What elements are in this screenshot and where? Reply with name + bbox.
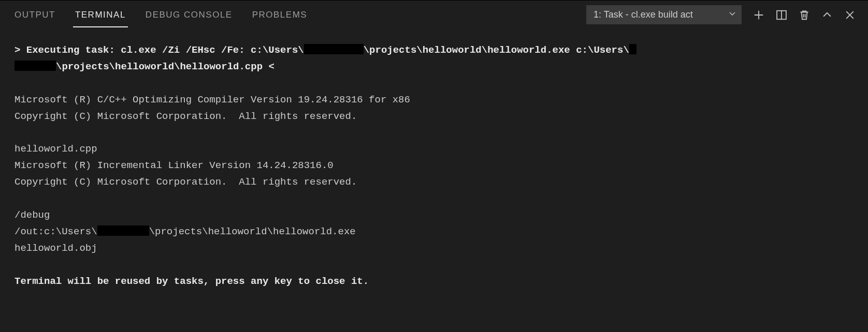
exec-line-part2: \projects\helloworld\helloworld.exe c:\U…: [364, 44, 629, 56]
exec-line-part1: > Executing task: cl.exe /Zi /EHsc /Fe: …: [15, 44, 304, 56]
out-line-suffix: \projects\helloworld\helloworld.exe: [149, 226, 356, 237]
compiler-line: Microsoft (R) C/C++ Optimizing Compiler …: [15, 94, 410, 105]
out-line-prefix: /out:c:\Users\: [15, 226, 97, 237]
source-file-line: helloworld.cpp: [15, 143, 97, 155]
panel-tabs: OUTPUT TERMINAL DEBUG CONSOLE PROBLEMS: [12, 3, 309, 27]
copyright-line-2: Copyright (C) Microsoft Corporation. All…: [15, 176, 357, 188]
chevron-down-icon: [728, 9, 736, 20]
tab-output[interactable]: OUTPUT: [12, 3, 57, 27]
tab-debug-console[interactable]: DEBUG CONSOLE: [143, 3, 235, 27]
terminal-selector-label: 1: Task - cl.exe build act: [594, 9, 693, 20]
linker-line: Microsoft (R) Incremental Linker Version…: [15, 160, 334, 171]
redacted-username: .: [629, 44, 636, 54]
terminal-selector-dropdown[interactable]: 1: Task - cl.exe build act: [586, 5, 742, 24]
copyright-line: Copyright (C) Microsoft Corporation. All…: [15, 111, 357, 122]
new-terminal-button[interactable]: [753, 9, 764, 21]
kill-terminal-button[interactable]: [799, 9, 810, 21]
split-terminal-button[interactable]: [776, 9, 787, 21]
tab-terminal[interactable]: TERMINAL: [73, 3, 128, 27]
obj-line: helloworld.obj: [15, 243, 97, 254]
reuse-line: Terminal will be reused by tasks, press …: [15, 276, 369, 287]
redacted-username: .: [15, 61, 56, 71]
tab-problems[interactable]: PROBLEMS: [250, 3, 309, 27]
panel-actions: 1: Task - cl.exe build act: [586, 5, 856, 24]
maximize-panel-button[interactable]: [821, 9, 833, 21]
redacted-username: .: [97, 225, 149, 236]
close-panel-button[interactable]: [844, 9, 856, 21]
redacted-username: .: [304, 44, 364, 54]
exec-line-part3: \projects\helloworld\helloworld.cpp <: [56, 61, 274, 72]
panel-header: OUTPUT TERMINAL DEBUG CONSOLE PROBLEMS 1…: [0, 0, 868, 29]
debug-flag-line: /debug: [15, 209, 50, 221]
terminal-output[interactable]: > Executing task: cl.exe /Zi /EHsc /Fe: …: [0, 29, 868, 332]
terminal-panel: OUTPUT TERMINAL DEBUG CONSOLE PROBLEMS 1…: [0, 0, 868, 332]
